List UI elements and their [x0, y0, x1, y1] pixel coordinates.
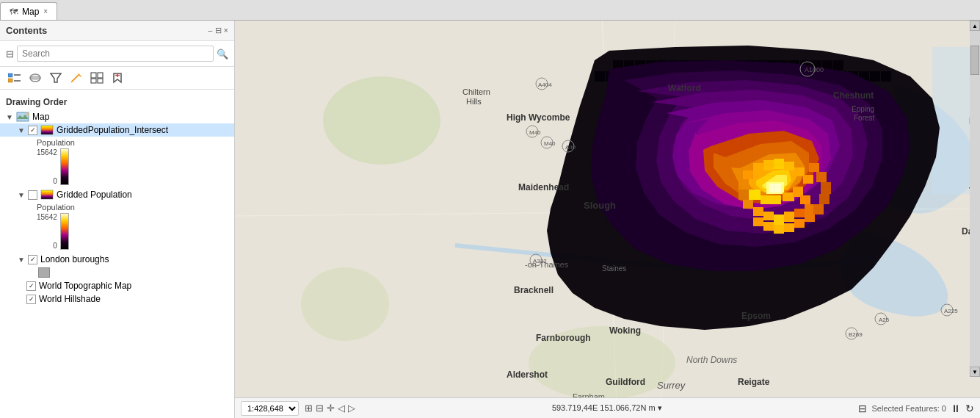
svg-rect-12: [98, 73, 103, 78]
contents-panel: Contents – ⊟ × ⊟ 🔍: [0, 21, 235, 418]
edit-button[interactable]: [68, 70, 85, 86]
legend-min-1: 0: [37, 177, 57, 185]
prev-extent-icon[interactable]: ◁: [338, 403, 345, 414]
checkbox-gridded-intersect[interactable]: ✓: [28, 126, 37, 135]
farnborough-label: Farnborough: [536, 333, 591, 343]
svg-rect-22: [41, 190, 53, 199]
aldershot-label: Aldershot: [507, 370, 548, 380]
surrey-label: Surrey: [657, 380, 686, 391]
checkbox-world-topo[interactable]: ✓: [26, 281, 36, 291]
svg-point-25: [323, 76, 440, 165]
svg-text:A225: A225: [944, 308, 958, 314]
on-thames-label: -on-Thames: [525, 260, 569, 269]
contents-title: Contents: [6, 25, 47, 36]
status-bar: 1:428,648 ⊞ ⊟ ✛ ◁ ▷ 593.719,44E 151.066,…: [235, 397, 980, 418]
search-button[interactable]: 🔍: [217, 48, 228, 60]
filter-layers-button[interactable]: [47, 70, 65, 86]
svg-text:A332: A332: [533, 258, 547, 264]
london-buroughs-label: London buroughs: [40, 254, 109, 264]
layer-item-gridded-intersect[interactable]: ▼ ✓ GriddedPopulation_Intersect: [0, 123, 234, 137]
layer-item-london-buroughs[interactable]: ▼ ✓ London buroughs: [0, 253, 234, 266]
checkbox-gridded-pop[interactable]: [28, 190, 37, 200]
filter-icon[interactable]: ⊟: [6, 48, 14, 60]
status-right: ⊟ Selected Features: 0 ⏸ ↻: [858, 403, 974, 414]
woking-label: Woking: [609, 325, 641, 336]
gray-square-icon: [38, 267, 50, 278]
staines-label: Staines: [602, 264, 626, 273]
table-icon[interactable]: ⊟: [858, 403, 867, 414]
expand-arrow-gp: ▼: [18, 191, 25, 199]
layer-item-gridded-pop[interactable]: ▼ Gridded Population: [0, 188, 234, 201]
chiltern-hills-label: Chiltern: [462, 87, 490, 96]
layer-tree: Drawing Order ▼ Map ▼ ✓: [0, 90, 234, 418]
scroll-thumb[interactable]: [970, 46, 979, 75]
list-by-source-button[interactable]: [26, 70, 44, 86]
legend-population-label-1: Population: [37, 138, 75, 147]
expand-arrow-gi: ▼: [18, 126, 25, 134]
checkbox-world-hillshade[interactable]: ✓: [26, 295, 36, 304]
legend-population-label-2: Population: [37, 203, 75, 212]
map-area[interactable]: Chiltern Hills High Wycombe Watford Ches…: [235, 21, 980, 418]
svg-text:A404: A404: [538, 82, 552, 88]
svg-rect-1: [8, 79, 12, 82]
maidenhead-label: Maidenhead: [518, 182, 569, 192]
pause-button[interactable]: ⏸: [951, 403, 961, 414]
world-hillshade-label: World Hillshade: [39, 294, 101, 304]
svg-rect-21: [41, 126, 53, 134]
layer-item-world-topo[interactable]: ✓ World Topographic Map: [0, 279, 234, 292]
svg-text:M40: M40: [529, 129, 541, 136]
layer-toolbar: [0, 67, 234, 90]
slough-label: Slough: [584, 200, 616, 211]
add-button[interactable]: [88, 70, 106, 86]
svg-rect-11: [91, 73, 96, 78]
chiltern-hills-label2: Hills: [466, 97, 482, 106]
svg-text:M40: M40: [544, 140, 556, 147]
high-wycombe-label: High Wycombe: [507, 112, 570, 123]
checkbox-london-buroughs[interactable]: ✓: [28, 255, 37, 264]
legend-gridded-intersect: Population 15642 0: [0, 138, 234, 185]
crosshair-icon[interactable]: ✛: [327, 403, 335, 414]
layer-item-world-hillshade[interactable]: ✓ World Hillshade: [0, 292, 234, 306]
map-svg: Chiltern Hills High Wycombe Watford Ches…: [235, 21, 980, 397]
drawing-order-label: Drawing Order: [0, 94, 234, 110]
header-controls: – ⊟ ×: [208, 26, 228, 35]
bookmark-button[interactable]: [109, 70, 126, 86]
svg-text:A25: A25: [879, 317, 890, 323]
scale-selector[interactable]: 1:428,648: [241, 401, 299, 416]
legend-gradient-1: [60, 148, 69, 185]
scroll-down-button[interactable]: ▼: [970, 367, 980, 377]
map-label: Map: [32, 112, 49, 122]
svg-point-26: [301, 267, 389, 341]
map-background: Chiltern Hills High Wycombe Watford Ches…: [235, 21, 980, 397]
cheshunt-label: Cheshunt: [833, 90, 874, 101]
grid2-nav-icon[interactable]: ⊟: [316, 403, 324, 414]
next-extent-icon[interactable]: ▷: [348, 403, 355, 414]
expand-arrow-lb: ▼: [18, 256, 25, 264]
vertical-scrollbar[interactable]: ▲ ▼: [970, 21, 980, 377]
svg-text:A40: A40: [565, 144, 576, 151]
layer-item-map[interactable]: ▼ Map: [0, 110, 234, 123]
map-tab[interactable]: 🗺 Map ×: [0, 2, 57, 20]
raster-layer-icon: [40, 125, 54, 135]
scroll-up-button[interactable]: ▲: [970, 21, 980, 31]
world-topo-label: World Topographic Map: [39, 281, 131, 291]
legend-values-1: 15642 0: [37, 148, 57, 185]
reigate-label: Reigate: [738, 377, 770, 387]
search-input[interactable]: [17, 46, 214, 62]
svg-text:A1000: A1000: [805, 66, 824, 73]
coord-dropdown[interactable]: ▾: [658, 403, 662, 412]
expand-arrow: ▼: [6, 113, 13, 121]
tab-bar: 🗺 Map ×: [0, 0, 980, 21]
raster-layer-icon-2: [40, 190, 54, 200]
selected-features-label: Selected Features: 0: [871, 404, 946, 413]
tab-label: Map: [22, 7, 39, 17]
refresh-button[interactable]: ↻: [965, 403, 974, 414]
tab-close-button[interactable]: ×: [43, 7, 48, 15]
svg-rect-14: [98, 79, 103, 83]
svg-rect-13: [91, 79, 96, 83]
nav-icons: ⊞ ⊟ ✛ ◁ ▷: [305, 403, 355, 414]
coordinate-display: 593.719,44E 151.066,72N m ▾: [361, 403, 852, 413]
grid-nav-icon[interactable]: ⊞: [305, 403, 313, 414]
list-by-drawing-order-button[interactable]: [6, 70, 23, 86]
pin-icon[interactable]: – ⊟ ×: [208, 26, 228, 35]
